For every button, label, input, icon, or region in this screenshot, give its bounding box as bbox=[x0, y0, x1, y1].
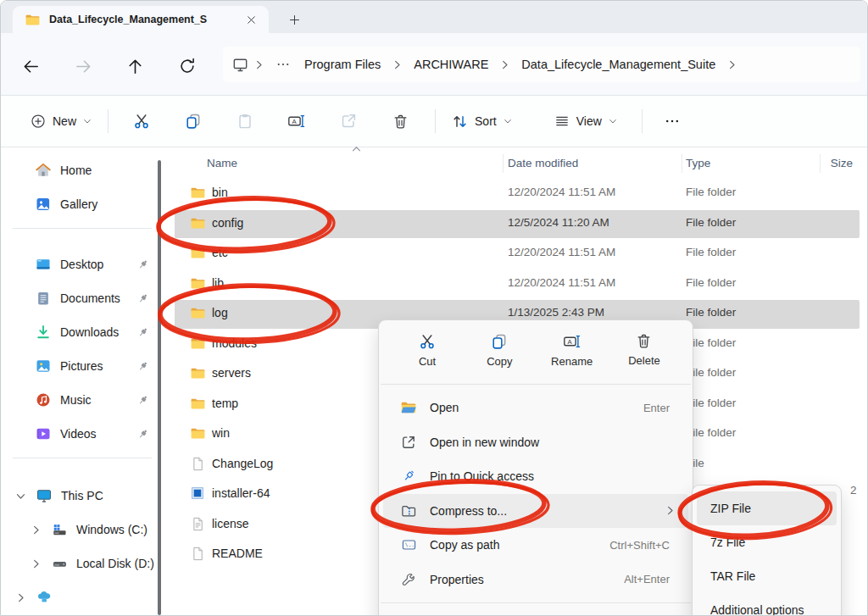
context-delete-label: Delete bbox=[628, 354, 660, 367]
sidebar-divider bbox=[13, 228, 152, 229]
drived-icon bbox=[51, 555, 68, 572]
textfile-icon bbox=[190, 516, 205, 532]
copy-button[interactable] bbox=[177, 105, 209, 137]
column-separator[interactable] bbox=[682, 154, 682, 173]
sidebar-item-label: Local Disk (D:) bbox=[76, 557, 164, 570]
sidebar-item-network[interactable] bbox=[1, 580, 164, 614]
breadcrumb-chevron-icon[interactable] bbox=[722, 58, 742, 71]
file-explorer-window: Data_Lifecycle_Management_S Program File… bbox=[0, 0, 868, 616]
downloads-icon bbox=[35, 324, 52, 341]
back-button[interactable] bbox=[16, 52, 45, 80]
column-header-type[interactable]: Type bbox=[686, 157, 710, 169]
sidebar-item-music[interactable]: Music bbox=[1, 383, 164, 417]
context-rename-button[interactable]: ARename bbox=[546, 329, 598, 378]
sidebar-item-videos[interactable]: Videos bbox=[1, 417, 164, 451]
context-cut-button[interactable]: Cut bbox=[401, 329, 453, 378]
folder-icon bbox=[25, 12, 41, 28]
column-separator[interactable] bbox=[820, 154, 821, 173]
submenu-item-zip-file[interactable]: ZIP File bbox=[697, 491, 837, 525]
menu-item-label: Compress to... bbox=[430, 504, 664, 518]
sidebar-item-windows-c[interactable]: Windows (C:) bbox=[1, 513, 164, 547]
compress-icon bbox=[398, 502, 419, 519]
sidebar-item-gallery[interactable]: Gallery bbox=[1, 187, 164, 221]
refresh-button[interactable] bbox=[173, 52, 202, 80]
sidebar-item-home[interactable]: Home bbox=[1, 153, 164, 187]
chevron-down-icon[interactable] bbox=[14, 490, 27, 502]
plus-circle-icon bbox=[30, 113, 47, 130]
folder-icon bbox=[190, 365, 206, 381]
rename-button[interactable]: A bbox=[281, 105, 313, 137]
menu-item-shortcut: Alt+Enter bbox=[624, 573, 670, 585]
view-button-label: View bbox=[576, 114, 602, 128]
context-copy-label: Copy bbox=[487, 355, 512, 368]
context-copy-button[interactable]: Copy bbox=[473, 329, 526, 378]
sidebar-item-pictures[interactable]: Pictures bbox=[1, 349, 164, 383]
cut-button[interactable] bbox=[125, 105, 158, 137]
sidebar-item-downloads[interactable]: Downloads bbox=[1, 315, 164, 349]
file-row-lib[interactable]: lib12/20/2024 11:51 AMFile folder bbox=[175, 269, 860, 300]
close-tab-icon[interactable] bbox=[242, 10, 260, 29]
file-row-etc[interactable]: etc12/20/2024 11:51 AMFile folder bbox=[175, 239, 860, 269]
menu-item-label: Open bbox=[430, 401, 643, 414]
breadcrumb-chevron-icon[interactable] bbox=[387, 58, 407, 71]
sidebar-item-label: Windows (C:) bbox=[76, 523, 164, 536]
pin-icon bbox=[136, 359, 150, 374]
chevron-right-icon[interactable] bbox=[30, 558, 42, 570]
new-button-label: New bbox=[53, 114, 76, 128]
sidebar-item-documents[interactable]: Documents bbox=[1, 281, 164, 315]
submenu-item-7z-file[interactable]: 7z File bbox=[697, 525, 837, 559]
cut-icon bbox=[418, 332, 437, 351]
menu-item-shortcut: Ctrl+Shift+C bbox=[609, 539, 670, 552]
chevron-right-icon[interactable] bbox=[30, 524, 42, 536]
file-row-bin[interactable]: bin12/20/2024 11:51 AMFile folder bbox=[175, 179, 860, 209]
sidebar-item-local-disk-d[interactable]: Local Disk (D:) bbox=[1, 547, 164, 580]
context-menu-divider bbox=[381, 602, 691, 603]
file-name: bin bbox=[212, 186, 228, 199]
column-separator[interactable] bbox=[503, 154, 504, 173]
menu-item-open-in-terminal[interactable]: Open in Terminal bbox=[383, 609, 688, 616]
file-row-config[interactable]: config12/5/2024 11:20 AMFile folder bbox=[175, 209, 860, 240]
paste-button[interactable] bbox=[229, 105, 261, 137]
view-button[interactable]: View bbox=[545, 104, 626, 138]
context-delete-button[interactable]: Delete bbox=[618, 329, 670, 378]
menu-item-pin-to-quick-access[interactable]: Pin to Quick access bbox=[383, 459, 688, 494]
menu-item-label: Pin to Quick access bbox=[430, 469, 676, 483]
breadcrumb-item-archiware[interactable]: ARCHIWARE bbox=[407, 54, 495, 75]
breadcrumb-item-program-files[interactable]: Program Files bbox=[298, 54, 387, 75]
sidebar-item-this-pc[interactable]: This PC bbox=[1, 479, 164, 513]
navigation-pane: HomeGalleryDesktopDocumentsDownloadsPict… bbox=[1, 147, 164, 615]
breadcrumb-chevron-icon[interactable] bbox=[495, 58, 515, 71]
up-button[interactable] bbox=[120, 52, 149, 80]
column-header-size[interactable]: Size bbox=[831, 157, 853, 169]
sidebar-item-desktop[interactable]: Desktop bbox=[1, 247, 164, 281]
breadcrumb-overflow-button[interactable] bbox=[269, 53, 298, 75]
submenu-item-tar-file[interactable]: TAR File bbox=[697, 559, 837, 593]
new-button[interactable]: New bbox=[21, 104, 101, 138]
menu-item-open-in-new-window[interactable]: Open in new window bbox=[383, 425, 688, 460]
navigation-bar: Program FilesARCHIWAREData_Lifecycle_Man… bbox=[1, 33, 867, 95]
context-rename-label: Rename bbox=[551, 355, 593, 368]
delete-button[interactable] bbox=[384, 105, 416, 137]
menu-item-open[interactable]: OpenEnter bbox=[383, 391, 688, 425]
forward-button[interactable] bbox=[69, 52, 97, 80]
pictures-icon bbox=[35, 358, 52, 375]
new-tab-button[interactable] bbox=[282, 8, 306, 31]
thispc-icon bbox=[36, 487, 53, 504]
sidebar-item-label: Videos bbox=[60, 427, 136, 441]
more-options-button[interactable] bbox=[656, 105, 688, 137]
submenu-item-additional-options[interactable]: Additional options bbox=[697, 593, 837, 616]
sidebar-divider bbox=[13, 458, 152, 458]
sidebar-scrollbar[interactable] bbox=[158, 160, 161, 615]
explorer-tab[interactable]: Data_Lifecycle_Management_S bbox=[13, 6, 269, 33]
column-header-date-modified[interactable]: Date modified bbox=[508, 157, 578, 169]
chevron-right-icon[interactable] bbox=[14, 591, 27, 604]
menu-item-compress-to[interactable]: Compress to... bbox=[383, 494, 688, 529]
breadcrumb: Program FilesARCHIWAREData_Lifecycle_Man… bbox=[223, 47, 860, 82]
sort-button[interactable]: Sort bbox=[442, 104, 521, 138]
column-header-name[interactable]: Name bbox=[207, 157, 237, 169]
menu-item-copy-as-path[interactable]: \..Copy as pathCtrl+Shift+C bbox=[383, 528, 688, 563]
share-button[interactable] bbox=[332, 105, 364, 137]
breadcrumb-item-data-lifecycle-management-suite[interactable]: Data_Lifecycle_Management_Suite bbox=[515, 54, 722, 75]
chevron-down-icon bbox=[503, 116, 513, 126]
menu-item-properties[interactable]: PropertiesAlt+Enter bbox=[383, 563, 688, 597]
